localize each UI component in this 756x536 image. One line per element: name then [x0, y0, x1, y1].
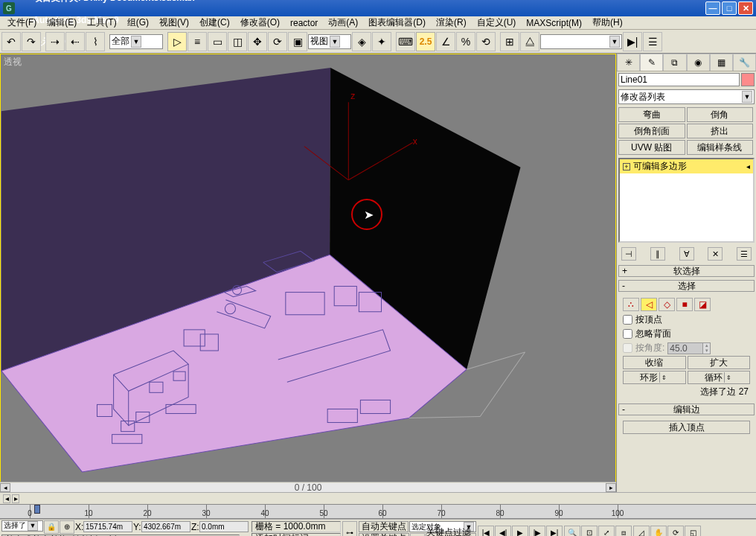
scroll-left[interactable]: ◂ — [0, 483, 10, 492]
coord-x[interactable] — [83, 521, 132, 532]
rollout-softselect[interactable]: +软选择 — [618, 265, 755, 277]
mod-uvwmap[interactable]: UVW 贴图 — [618, 140, 685, 155]
angle-snap[interactable]: ∠ — [436, 32, 455, 51]
maximize-button[interactable]: □ — [722, 1, 737, 15]
zoom-extents[interactable]: ⤢ — [598, 526, 615, 537]
fov-tool[interactable]: ◿ — [633, 526, 650, 537]
menu-views[interactable]: 视图(V) — [155, 16, 193, 30]
menu-custom[interactable]: 自定义(U) — [472, 16, 521, 30]
keyfilters-button[interactable]: 关键点过滤器 — [426, 533, 476, 536]
redo-button[interactable]: ↷ — [22, 32, 41, 51]
menu-create[interactable]: 创建(C) — [195, 16, 234, 30]
close-button[interactable]: ✕ — [738, 1, 753, 15]
unlink-button[interactable]: ⇠ — [65, 32, 85, 51]
track-open[interactable]: ◂ — [3, 494, 10, 503]
scroll-right[interactable]: ▸ — [606, 483, 616, 492]
menu-reactor[interactable]: reactor — [286, 17, 322, 29]
minimize-button[interactable]: — — [705, 1, 720, 15]
subobj-polygon[interactable]: ■ — [676, 298, 693, 311]
loop-button[interactable]: 循环⇕ — [688, 371, 751, 384]
coord-z[interactable] — [199, 521, 249, 532]
addtime[interactable]: 添加时间标记 — [252, 533, 341, 536]
align-tool[interactable]: ▶| — [623, 32, 642, 51]
display-tab[interactable]: ▦ — [710, 54, 733, 71]
timeline-ruler[interactable]: 0102030405060708090100 — [0, 504, 756, 519]
time-tag[interactable]: ⊶ — [342, 521, 357, 537]
lock-selection[interactable]: 🔒 — [44, 520, 59, 534]
insert-vertex-button[interactable]: 插入顶点 — [623, 421, 750, 434]
autokey-button[interactable]: 自动关键点 — [359, 521, 409, 532]
rollout-editedge[interactable]: -编辑边 — [618, 403, 755, 415]
move-tool[interactable]: ✥ — [248, 32, 267, 51]
select-tool[interactable]: ▷ — [167, 32, 187, 51]
make-unique[interactable]: ∀ — [679, 247, 694, 261]
ignoreback-check[interactable] — [623, 329, 632, 339]
byvertex-check[interactable] — [623, 315, 632, 325]
mod-chamfer[interactable]: 倒角 — [687, 107, 754, 122]
mod-edit-spline[interactable]: 编辑样条线 — [687, 140, 754, 155]
create-tab[interactable]: ✳ — [617, 54, 640, 71]
menu-render[interactable]: 渲染(R) — [432, 16, 471, 30]
layer-manager[interactable]: ☰ — [643, 32, 662, 51]
coord-y[interactable] — [141, 521, 190, 532]
mirror-tool[interactable]: ⧋ — [520, 32, 539, 51]
prev-frame[interactable]: ◀| — [495, 526, 511, 537]
zoom-all[interactable]: ⊡ — [581, 526, 598, 537]
undo-button[interactable]: ↶ — [1, 32, 21, 51]
configure-sets[interactable]: ☰ — [737, 247, 752, 261]
rollout-selection[interactable]: -选择 — [618, 280, 755, 292]
orbit-tool[interactable]: ⟳ — [667, 526, 684, 537]
shrink-button[interactable]: 收缩 — [623, 356, 686, 369]
menu-anim[interactable]: 动画(A) — [324, 16, 362, 30]
modify-tab[interactable]: ✎ — [640, 54, 663, 71]
selection-set-combo[interactable]: 全部 ▼ — [109, 34, 163, 49]
setkey-button[interactable]: 设置关键点 — [359, 533, 409, 536]
perspective-viewport[interactable]: 透视 z x — [0, 54, 616, 492]
named-set-combo[interactable]: ▼ — [540, 34, 622, 49]
stack-item-editable-poly[interactable]: + 可编辑多边形 ◂ — [620, 159, 753, 173]
rect-region[interactable]: ▭ — [208, 32, 227, 51]
menu-help[interactable]: 帮助(H) — [588, 16, 627, 30]
ref-coord-combo[interactable]: 视图 ▼ — [308, 34, 351, 49]
play-anim[interactable]: ▶ — [512, 526, 528, 537]
grow-button[interactable]: 扩大 — [688, 356, 751, 369]
object-color-swatch[interactable] — [741, 73, 755, 86]
viewport-hscroll[interactable]: ◂ 0 / 100 ▸ — [0, 482, 616, 492]
menu-file[interactable]: 文件(F) — [3, 16, 41, 30]
time-slider[interactable]: ◂ ▸ — [0, 492, 756, 504]
subobj-element[interactable]: ◪ — [694, 298, 711, 311]
menu-modify[interactable]: 修改器(O) — [236, 16, 284, 30]
subobj-border[interactable]: ◇ — [659, 298, 675, 311]
track-close[interactable]: ▸ — [12, 494, 19, 503]
rotate-tool[interactable]: ⟳ — [268, 32, 287, 51]
menu-max[interactable]: MAXScript(M) — [522, 17, 586, 29]
modifier-stack[interactable]: + 可编辑多边形 ◂ — [618, 158, 755, 243]
keyboard-shortcut[interactable]: ⌨ — [396, 32, 415, 51]
spinner-snap[interactable]: ⟲ — [476, 32, 496, 51]
timeline-marker[interactable] — [34, 505, 40, 514]
show-end-result[interactable]: ∥ — [650, 247, 665, 261]
menu-tools[interactable]: 工具(T) — [83, 16, 121, 30]
object-name-input[interactable] — [618, 73, 740, 86]
modifier-list-combo[interactable]: 修改器列表 ▼ — [618, 89, 755, 104]
next-frame[interactable]: |▶ — [529, 526, 545, 537]
menu-edit[interactable]: 编辑(E) — [42, 16, 81, 30]
scale-tool[interactable]: ▣ — [288, 32, 307, 51]
maxmin-vp[interactable]: ◱ — [685, 526, 701, 537]
menu-group[interactable]: 组(G) — [123, 16, 153, 30]
selection-filter[interactable]: 选择了▼ — [1, 520, 43, 532]
zoom-tool[interactable]: 🔍 — [564, 526, 580, 537]
utilities-tab[interactable]: 🔧 — [733, 54, 756, 71]
named-selset[interactable]: ⊞ — [500, 32, 519, 51]
remove-mod[interactable]: ✕ — [708, 247, 723, 261]
window-crossing[interactable]: ◫ — [228, 32, 247, 51]
motion-tab[interactable]: ◉ — [687, 54, 710, 71]
snap-toggle[interactable]: 2.5 — [416, 32, 435, 51]
select-by-name[interactable]: ≡ — [188, 32, 207, 51]
key-icon[interactable]: ⊸ — [410, 533, 425, 536]
mod-extrude[interactable]: 挤出 — [687, 124, 754, 138]
subobj-vertex[interactable]: ∴ — [623, 298, 639, 311]
abs-transform[interactable]: ⊕ — [60, 520, 74, 534]
pan-tool[interactable]: ✋ — [650, 526, 667, 537]
bind-space-warp[interactable]: ⌇ — [86, 32, 105, 51]
